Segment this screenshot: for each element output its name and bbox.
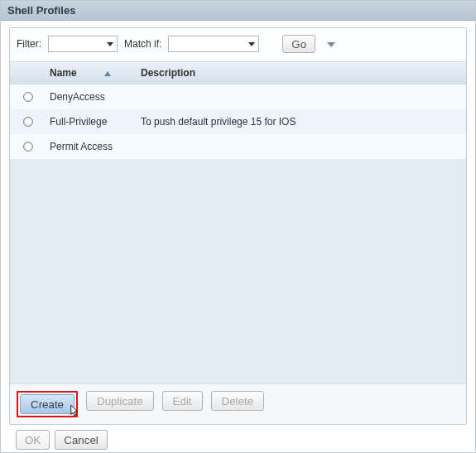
row-radio[interactable]	[23, 117, 33, 127]
row-radio[interactable]	[23, 92, 33, 102]
window-title: Shell Profiles	[1, 1, 475, 21]
row-name: DenyAccess	[43, 86, 134, 108]
edit-button[interactable]: Edit	[162, 391, 203, 411]
ok-button[interactable]: OK	[16, 430, 50, 450]
row-name: Permit Access	[43, 136, 134, 157]
duplicate-button[interactable]: Duplicate	[86, 391, 154, 411]
window: Shell Profiles Filter: Match if: Go Name	[0, 0, 476, 453]
chevron-down-icon	[107, 42, 113, 46]
go-button[interactable]: Go	[282, 35, 315, 53]
row-radio[interactable]	[23, 142, 33, 152]
column-select	[10, 62, 43, 84]
table-empty-space	[10, 159, 466, 383]
action-bar: Create Duplicate Edit Delete	[10, 383, 466, 424]
match-if-select[interactable]	[168, 36, 259, 52]
column-name-label: Name	[50, 67, 77, 79]
table-header: Name Description	[10, 62, 466, 84]
sort-asc-icon	[104, 71, 111, 76]
row-name: Full-Privilege	[43, 111, 134, 133]
cancel-button[interactable]: Cancel	[55, 430, 108, 450]
table-row[interactable]: Full-Privilege To push default privilege…	[10, 109, 466, 134]
create-button[interactable]: Create	[20, 394, 75, 414]
options-dropdown-icon[interactable]	[327, 42, 335, 47]
filter-select[interactable]	[48, 36, 118, 52]
chevron-down-icon	[248, 42, 255, 46]
column-description-label: Description	[141, 67, 195, 79]
filter-label: Filter:	[17, 38, 41, 50]
table-row[interactable]: DenyAccess	[10, 84, 466, 109]
footer-bar: OK Cancel	[1, 425, 475, 450]
row-description: To push default privilege 15 for IOS	[134, 111, 466, 133]
row-description	[134, 92, 466, 102]
match-if-label: Match if:	[124, 38, 161, 50]
column-description[interactable]: Description	[134, 62, 466, 84]
table-body: DenyAccess Full-Privilege To push defaul…	[10, 84, 466, 159]
table-row[interactable]: Permit Access	[10, 134, 466, 159]
create-highlight: Create	[17, 391, 78, 417]
main-panel: Filter: Match if: Go Name Description	[9, 27, 467, 425]
delete-button[interactable]: Delete	[211, 391, 265, 411]
column-name[interactable]: Name	[43, 62, 134, 84]
filter-bar: Filter: Match if: Go	[10, 28, 466, 62]
row-description	[134, 142, 466, 152]
